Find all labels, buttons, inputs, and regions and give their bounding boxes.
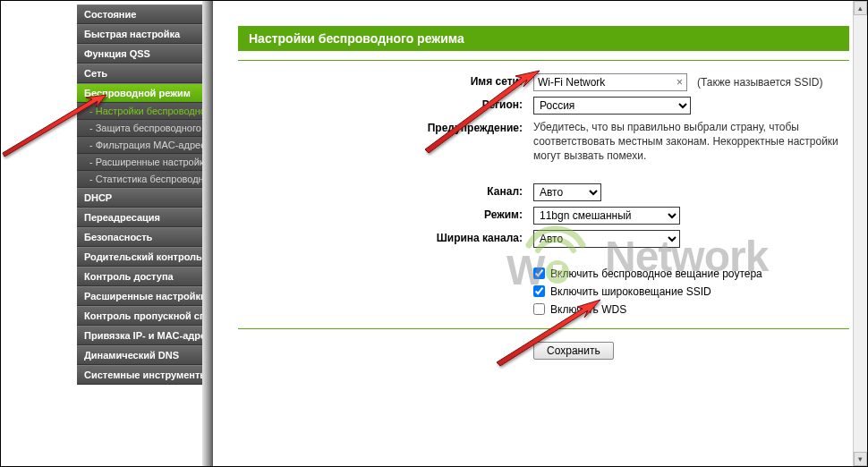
menu-item-system-tools[interactable]: Системные инструменты [77,365,202,385]
label-wds: Включить WDS [550,303,626,316]
menu-item-ddns[interactable]: Динамический DNS [77,345,202,365]
menu-item-dhcp[interactable]: DHCP [77,188,202,208]
label-warning: Предупреждение: [238,120,533,134]
menu-item-wireless[interactable]: Беспроводной режим [77,83,202,103]
divider [238,60,849,61]
label-broadcast-ssid: Включить широковещание SSID [550,285,711,298]
menu-item-bandwidth[interactable]: Контроль пропускной способности [77,306,202,326]
menu-item-ip-mac[interactable]: Привязка IP- и MAC-адресов [77,326,202,345]
divider-bottom [238,328,849,329]
scroll-down-icon[interactable]: ▾ [854,452,867,466]
label-channel: Канал: [238,183,533,198]
menu-item-network[interactable]: Сеть [77,64,202,83]
scroll-up-icon[interactable]: ▴ [854,1,867,15]
sidebar: Состояние Быстрая настройка Функция QSS … [1,1,202,466]
menu-item-quick-setup[interactable]: Быстрая настройка [77,24,202,44]
menu-item-qss[interactable]: Функция QSS [77,44,202,64]
label-region: Регион: [238,97,533,111]
save-button[interactable]: Сохранить [533,342,614,360]
clear-ssid-icon[interactable]: × [677,76,683,89]
menu-item-status[interactable]: Состояние [77,4,202,24]
ssid-input[interactable] [533,73,687,91]
menu-item-parental[interactable]: Родительский контроль [77,247,202,267]
checkbox-broadcast-router[interactable] [533,267,545,279]
width-select[interactable]: Авто [533,230,680,248]
submenu-wireless-stats[interactable]: - Статистика беспроводного режима [77,171,202,188]
scrollbar[interactable]: ▴ ▾ [853,1,867,466]
label-width: Ширина канала: [238,230,533,244]
submenu-advanced[interactable]: - Расширенные настройки [77,154,202,171]
content-area: Настройки беспроводного режима Имя сети:… [202,1,867,466]
menu-item-forwarding[interactable]: Переадресация [77,208,202,227]
channel-select[interactable]: Авто [533,183,601,201]
main-menu: Состояние Быстрая настройка Функция QSS … [77,4,202,385]
ssid-hint: (Также называется SSID) [697,76,822,89]
mode-select[interactable]: 11bgn смешанный [533,207,680,225]
menu-item-routing[interactable]: Расширенные настройки маршрутизации [77,286,202,306]
menu-item-access-control[interactable]: Контроль доступа [77,267,202,286]
submenu-wireless-settings[interactable]: - Настройки беспроводного режима [77,103,202,120]
label-ssid: Имя сети: [238,73,533,88]
checkbox-wds[interactable] [533,303,545,315]
warning-text: Убедитесь, что вы правильно выбрали стра… [533,120,849,164]
checkbox-broadcast-ssid[interactable] [533,285,545,297]
submenu-wireless-security[interactable]: - Защита беспроводного режима [77,120,202,137]
label-broadcast-router: Включить беспроводное вещание роутера [550,267,762,280]
menu-item-security[interactable]: Безопасность [77,227,202,247]
label-mode: Режим: [238,207,533,221]
panel-title: Настройки беспроводного режима [238,26,849,51]
submenu-mac-filter[interactable]: - Фильтрация MAC-адресов [77,137,202,154]
region-select[interactable]: Россия [533,97,691,115]
